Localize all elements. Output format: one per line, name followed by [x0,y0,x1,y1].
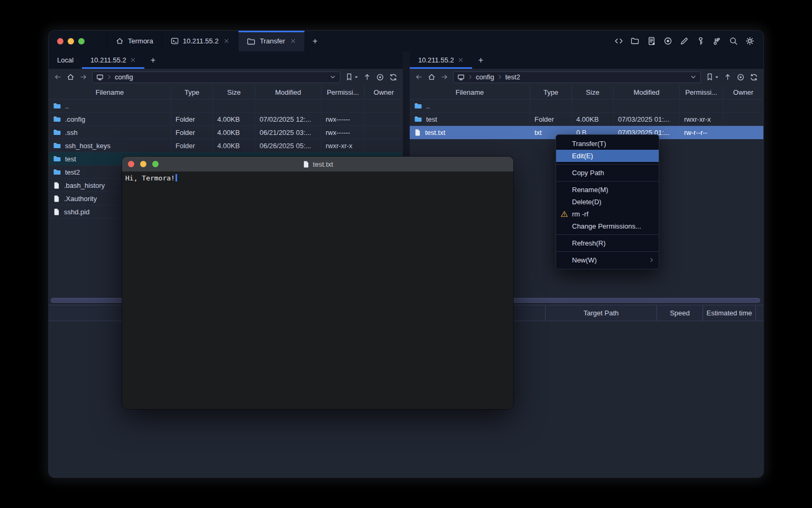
close-tab-icon[interactable] [224,38,229,44]
breadcrumb-dropdown-icon[interactable] [690,74,697,80]
search-icon[interactable] [729,37,738,46]
panel-tab-10-211-55-2[interactable]: 10.211.55.2 [82,51,144,69]
show-hidden-files-icon[interactable] [736,73,745,81]
editor-minimize-button[interactable] [140,161,146,167]
column-header[interactable]: Size [213,85,255,99]
new-main-tab-button[interactable]: + [305,31,325,51]
column-header[interactable]: Modified [255,85,321,99]
folder-icon [53,128,61,137]
menu-item-edit-e-[interactable]: Edit(E) [556,150,659,162]
back-icon[interactable] [415,73,423,81]
column-header[interactable]: Filename [410,85,530,99]
menu-item-transfer-t-[interactable]: Transfer(T) [556,138,659,150]
cell-owner [365,139,403,152]
main-tab-10-211-55-2[interactable]: 10.211.55.2 [162,31,238,51]
keychain-icon[interactable] [713,37,722,46]
close-window-button[interactable] [57,38,63,44]
file-row[interactable]: .. [410,99,763,113]
column-header[interactable]: Filename [49,85,171,99]
breadcrumb-separator-icon [106,74,112,80]
home-icon[interactable] [67,73,75,81]
show-hidden-files-icon[interactable] [376,73,384,81]
close-tab-icon[interactable] [130,57,136,63]
panel-tab-10-211-55-2[interactable]: 10.211.55.2 [410,51,472,69]
new-panel-tab-button[interactable]: + [144,51,162,69]
file-row[interactable]: .sshFolder4.00KB06/21/2025 03:...rwx----… [49,126,403,139]
zoom-window-button[interactable] [78,38,85,44]
menu-item-change-permissions-[interactable]: Change Permissions... [556,220,659,232]
context-menu: Transfer(T)Edit(E)Copy PathRename(M)Dele… [556,134,659,269]
menu-item-delete-d-[interactable]: Delete(D) [556,196,659,208]
log-icon[interactable] [647,37,656,46]
pencil-icon[interactable] [680,37,689,46]
column-header[interactable]: Permissi... [680,85,723,99]
column-header[interactable]: Owner [723,85,763,99]
back-icon[interactable] [54,73,62,81]
editor-close-button[interactable] [128,161,134,167]
folder-icon [53,115,61,123]
menu-item-new-w-[interactable]: New(W) [556,254,659,266]
column-header[interactable]: Owner [365,85,403,99]
file-row[interactable]: testFolder4.00KB07/03/2025 01:...rwxr-xr… [410,113,763,126]
close-tab-icon[interactable] [290,38,296,44]
menu-item-copy-path[interactable]: Copy Path [556,167,659,179]
key-icon[interactable] [696,37,705,46]
column-header[interactable]: Type [530,85,572,99]
transfer-column-header[interactable]: Speed [657,305,703,321]
menu-item-rename-m-[interactable]: Rename(M) [556,184,659,196]
breadcrumb-segment[interactable]: test2 [505,73,520,81]
column-header[interactable]: Modified [614,85,680,99]
settings-icon[interactable] [745,37,754,46]
main-tab-bar: Termora10.211.55.2Transfer [107,31,305,51]
column-header[interactable]: Type [171,85,213,99]
close-tab-icon[interactable] [458,57,464,63]
cell-owner [365,126,403,139]
code-icon[interactable] [614,37,623,46]
breadcrumb-dropdown-icon[interactable] [329,74,336,80]
path-breadcrumb[interactable]: config [92,71,340,83]
new-panel-tab-button[interactable]: + [472,51,490,69]
bookmark-button[interactable] [706,73,719,81]
bookmark-button[interactable] [345,73,358,81]
main-tab-termora[interactable]: Termora [107,31,162,51]
path-breadcrumb[interactable]: configtest2 [453,71,701,83]
editor-content[interactable]: Hi, Termora! [122,171,513,409]
menu-item-rm-rf[interactable]: rm -rf [556,208,659,220]
cell-size: 4.00KB [213,126,255,139]
editor-zoom-button[interactable] [152,161,159,167]
forward-icon[interactable] [79,73,87,81]
editor-window: test.txt Hi, Termora! [122,157,513,409]
refresh-icon[interactable] [750,73,758,81]
file-icon [53,208,60,216]
column-header[interactable]: Size [572,85,614,99]
main-tab-transfer[interactable]: Transfer [238,31,305,51]
file-row[interactable]: .configFolder4.00KB07/02/2025 12:...rwx-… [49,113,403,126]
cell-filename: ssh_host_keys [49,139,171,152]
panel-tab-local[interactable]: Local [49,51,82,69]
filename-label: .ssh [65,129,78,137]
record-icon[interactable] [663,37,672,46]
up-icon[interactable] [363,73,371,81]
transfer-column-header[interactable]: Target Path [546,305,657,321]
cell-modified: 07/03/2025 01:... [614,113,680,126]
breadcrumb-segment[interactable]: config [115,73,133,81]
cell-type: Folder [530,113,572,126]
breadcrumb-segment[interactable]: config [476,73,494,81]
menu-item-label: rm -rf [572,210,588,218]
file-row[interactable]: ssh_host_keysFolder4.00KB06/26/2025 05:.… [49,139,403,152]
forward-icon[interactable] [440,73,448,81]
transfer-column-header[interactable]: Estimated time [703,305,756,321]
refresh-icon[interactable] [389,73,398,81]
editor-titlebar[interactable]: test.txt [122,157,513,171]
editor-title: test.txt [313,160,333,168]
home-icon[interactable] [428,73,436,81]
up-icon[interactable] [724,73,732,81]
file-row[interactable]: .. [49,99,403,113]
menu-item-label: Edit(E) [572,152,593,160]
cell-owner [723,99,763,113]
cell-permissions: rwxr-xr-x [680,113,723,126]
minimize-window-button[interactable] [68,38,74,44]
column-header[interactable]: Permissi... [321,85,365,99]
menu-item-refresh-r-[interactable]: Refresh(R) [556,237,659,249]
folder-outline-icon[interactable] [631,37,640,46]
